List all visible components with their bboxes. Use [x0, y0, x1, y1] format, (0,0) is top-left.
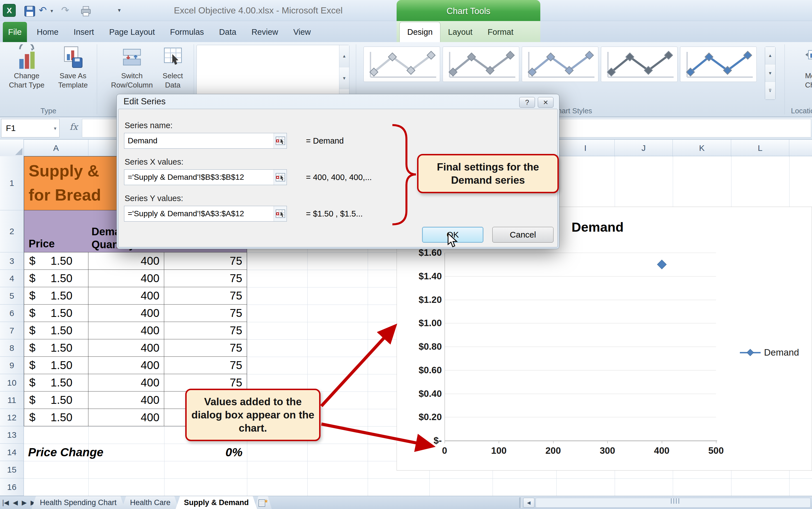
- row-header-1[interactable]: 1: [0, 156, 24, 210]
- ribbon-tab-layout[interactable]: Layout: [440, 22, 480, 42]
- cell-demand[interactable]: 400: [88, 252, 164, 270]
- undo-dropdown-icon[interactable]: ▾: [51, 8, 53, 14]
- first-sheet-icon[interactable]: |◀: [2, 499, 9, 507]
- close-button[interactable]: ×: [538, 97, 554, 108]
- chart-style-thumbnail[interactable]: [680, 46, 757, 82]
- chart-style-thumbnail[interactable]: [364, 46, 440, 82]
- row-header-2[interactable]: 2: [0, 210, 24, 252]
- column-header-l[interactable]: L: [731, 140, 789, 157]
- series-name-input[interactable]: Demand: [124, 133, 287, 149]
- row-header-6[interactable]: 6: [0, 305, 24, 322]
- insert-worksheet-button[interactable]: [254, 496, 272, 509]
- cell-demand[interactable]: 400: [88, 357, 164, 374]
- cell-supply[interactable]: 75: [164, 322, 247, 339]
- sheet-tab-health-spending-chart[interactable]: Health Spending Chart: [31, 496, 125, 509]
- cell-price[interactable]: $1.50: [24, 392, 88, 409]
- cell-price[interactable]: $1.50: [24, 374, 88, 392]
- row-header-3[interactable]: 3: [0, 252, 24, 270]
- row-header-14[interactable]: 14: [0, 444, 24, 461]
- row-header-10[interactable]: 10: [0, 374, 24, 392]
- sheet-tab-supply-demand[interactable]: Supply & Demand: [176, 496, 257, 509]
- cell-demand[interactable]: 400: [88, 392, 164, 409]
- cancel-button[interactable]: Cancel: [492, 227, 554, 243]
- cell-demand[interactable]: 400: [88, 287, 164, 305]
- row-header-8[interactable]: 8: [0, 339, 24, 357]
- tab-split-handle[interactable]: [519, 497, 522, 508]
- cell-price[interactable]: $1.50: [24, 287, 88, 305]
- ribbon-tab-design[interactable]: Design: [399, 22, 440, 42]
- series-y-input[interactable]: ='Supply & Demand'!$A$3:$A$12: [124, 206, 287, 222]
- column-header-a[interactable]: A: [24, 140, 88, 157]
- cell-price[interactable]: $1.50: [24, 305, 88, 322]
- row-header-15[interactable]: 15: [0, 461, 24, 478]
- column-header-m[interactable]: M: [789, 140, 812, 157]
- cell-supply[interactable]: 75: [164, 357, 247, 374]
- cell-demand[interactable]: 400: [88, 270, 164, 287]
- save-as-template-button[interactable]: Save As Template: [52, 44, 94, 105]
- ribbon-tab-home[interactable]: Home: [29, 22, 66, 42]
- change-chart-type-button[interactable]: Change Chart Type: [4, 44, 49, 105]
- scroll-left-icon[interactable]: ◀: [523, 498, 534, 508]
- scrollbar-grip[interactable]: [671, 498, 679, 504]
- cell-demand[interactable]: 400: [88, 374, 164, 392]
- cell-price[interactable]: $1.50: [24, 270, 88, 287]
- chart-legend[interactable]: Demand: [740, 347, 799, 358]
- name-box[interactable]: F1 ▾: [1, 119, 60, 137]
- help-button[interactable]: ?: [519, 97, 535, 108]
- cell-price[interactable]: $1.50: [24, 252, 88, 270]
- redo-icon[interactable]: ↷: [61, 4, 69, 16]
- row-header-5[interactable]: 5: [0, 287, 24, 305]
- cell-supply[interactable]: 75: [164, 270, 247, 287]
- scroll-down-icon[interactable]: ▼: [765, 65, 775, 82]
- cell-price[interactable]: $1.50: [24, 339, 88, 357]
- row-header-12[interactable]: 12: [0, 409, 24, 426]
- chart-data-point[interactable]: [657, 260, 666, 269]
- cell-supply[interactable]: 75: [164, 305, 247, 322]
- row-header-9[interactable]: 9: [0, 357, 24, 374]
- row-header-13[interactable]: 13: [0, 426, 24, 444]
- chart-style-thumbnail[interactable]: [601, 46, 678, 82]
- dialog-title[interactable]: Edit Series: [124, 94, 165, 109]
- insert-function-button[interactable]: fx: [70, 122, 78, 132]
- print-icon[interactable]: [80, 6, 92, 16]
- move-chart-button[interactable]: Move Chart: [794, 44, 812, 105]
- previous-sheet-icon[interactable]: ◀: [13, 499, 18, 507]
- cell-demand[interactable]: 400: [88, 305, 164, 322]
- row-header-7[interactable]: 7: [0, 322, 24, 339]
- sheet-tab-health-care[interactable]: Health Care: [122, 496, 179, 509]
- collapse-dialog-icon[interactable]: [274, 133, 287, 148]
- column-header-i[interactable]: I: [556, 140, 615, 157]
- ribbon-tab-insert[interactable]: Insert: [66, 22, 102, 42]
- row-header-4[interactable]: 4: [0, 270, 24, 287]
- scroll-down-icon[interactable]: ▼: [339, 67, 349, 90]
- chart-style-thumbnail[interactable]: [443, 46, 519, 82]
- cell-supply[interactable]: 75: [164, 339, 247, 357]
- chart-style-thumbnail[interactable]: [522, 46, 598, 82]
- scroll-up-icon[interactable]: ▲: [339, 45, 349, 67]
- price-change-value[interactable]: 0%: [164, 444, 247, 461]
- cell-demand[interactable]: 400: [88, 322, 164, 339]
- chart-styles-scroll-buttons[interactable]: ▲ ▼ ⊽: [765, 46, 776, 100]
- gallery-more-icon[interactable]: ⊽: [765, 82, 775, 100]
- collapse-dialog-icon[interactable]: [274, 206, 287, 221]
- cell-price[interactable]: $1.50: [24, 409, 88, 426]
- cell-supply[interactable]: 75: [164, 252, 247, 270]
- row-header-11[interactable]: 11: [0, 392, 24, 409]
- collapse-dialog-icon[interactable]: [274, 170, 287, 185]
- series-x-input[interactable]: ='Supply & Demand'!$B$3:$B$12: [124, 169, 287, 185]
- column-header-j[interactable]: J: [615, 140, 673, 157]
- row-header-16[interactable]: 16: [0, 478, 24, 496]
- column-header-k[interactable]: K: [673, 140, 731, 157]
- select-all-corner[interactable]: [0, 139, 24, 156]
- scroll-up-icon[interactable]: ▲: [765, 47, 775, 65]
- ribbon-tab-page-layout[interactable]: Page Layout: [102, 22, 162, 42]
- ribbon-tab-data[interactable]: Data: [212, 22, 244, 42]
- cell-price[interactable]: $1.50: [24, 357, 88, 374]
- ribbon-tab-file[interactable]: File: [3, 22, 27, 42]
- ribbon-tab-review[interactable]: Review: [244, 22, 286, 42]
- price-change-label[interactable]: Price Change: [28, 444, 103, 461]
- ribbon-tab-formulas[interactable]: Formulas: [162, 22, 212, 42]
- cell-demand[interactable]: 400: [88, 409, 164, 426]
- ribbon-tab-format[interactable]: Format: [480, 22, 521, 42]
- save-icon[interactable]: [24, 6, 35, 17]
